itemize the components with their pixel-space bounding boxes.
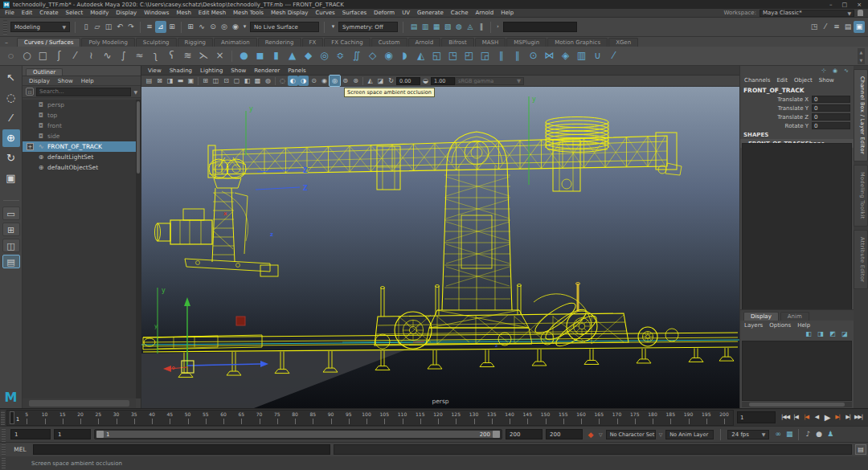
launch-arnold-icon[interactable]: ◬: [465, 21, 476, 33]
item-display[interactable]: Display: [116, 10, 137, 16]
item-anim[interactable]: Anim: [780, 312, 809, 321]
current-frame-field[interactable]: 1: [737, 411, 776, 423]
project-curve-icon[interactable]: ◱: [429, 48, 444, 63]
item-help[interactable]: Help: [81, 78, 94, 84]
nurbs-cone-icon[interactable]: ▲: [285, 48, 300, 63]
lasso-select-tool[interactable]: ◌: [2, 89, 20, 107]
item-layers[interactable]: Layers: [744, 322, 763, 329]
nurbs-plane-icon[interactable]: ◆: [301, 48, 316, 63]
item-channel-box-layer-editor[interactable]: Channel Box / Layer Editor: [854, 69, 868, 161]
item-show[interactable]: Show: [231, 67, 246, 74]
nurbs-cylinder-icon[interactable]: ▮: [268, 48, 284, 63]
step-forward-key-button[interactable]: ▶|: [833, 411, 842, 424]
item-modeling-toolkit[interactable]: Modeling Toolkit: [854, 165, 868, 227]
render-current-frame-icon[interactable]: ▥: [420, 21, 431, 33]
screen-space-ambient-occlusion-icon[interactable]: ◎: [330, 76, 340, 86]
item-edit[interactable]: Edit: [22, 10, 33, 16]
sidebar-layer-editor-icon[interactable]: ▤: [842, 21, 854, 33]
nurbs-square-icon[interactable]: □: [35, 48, 51, 63]
item-motion-graphics[interactable]: Motion Graphics: [547, 38, 608, 47]
resolution-gate-icon[interactable]: ⊡: [221, 76, 231, 86]
item-mesh-tools[interactable]: Mesh Tools: [233, 10, 264, 16]
exposure-field[interactable]: 0.00: [396, 77, 420, 85]
item-help[interactable]: Help: [501, 10, 514, 16]
loft-icon[interactable]: ≎: [333, 48, 348, 63]
status-line-grip[interactable]: [3, 20, 7, 35]
item-generate[interactable]: Generate: [417, 10, 444, 16]
x-ray-icon[interactable]: ◪: [375, 76, 386, 86]
go-to-end-button[interactable]: ▶▶|: [854, 411, 863, 424]
snap-to-projected-center-icon[interactable]: ◎: [219, 21, 230, 33]
paint-select-tool[interactable]: ⁄: [2, 109, 20, 127]
item-panels[interactable]: Panels: [288, 67, 306, 74]
chevron-down-icon[interactable]: ▼: [133, 89, 137, 95]
item-animation[interactable]: Animation: [214, 38, 257, 47]
select-by-object-type-icon[interactable]: ⊿: [155, 21, 166, 33]
open-close-surface-icon[interactable]: ⊙: [526, 48, 541, 63]
character-set-field[interactable]: No Character Set: [606, 430, 656, 439]
nurbs-circle-icon[interactable]: ○: [19, 48, 35, 63]
manipulator-display-icon[interactable]: ⊹: [820, 67, 828, 75]
item-defaultobjectset[interactable]: ⊕defaultObjectSet: [23, 162, 136, 173]
expand-input-icon[interactable]: ›: [494, 21, 502, 33]
item-arnold[interactable]: Arnold: [408, 38, 441, 47]
new-scene-icon[interactable]: ▯: [80, 21, 92, 33]
item-deform[interactable]: Deform: [374, 10, 395, 16]
item-edit-mesh[interactable]: Edit Mesh: [199, 10, 226, 16]
open-render-view-icon[interactable]: ▤: [408, 21, 420, 33]
extrude-icon[interactable]: ◗: [397, 48, 412, 63]
playback-loop-icon[interactable]: ∞: [772, 428, 784, 440]
anti-aliasing-icon[interactable]: ⊛: [350, 76, 361, 86]
outliner-vscrollbar[interactable]: [136, 100, 141, 398]
select-camera-icon[interactable]: ▤: [144, 76, 154, 86]
offset-curve-icon[interactable]: ≋: [180, 48, 195, 63]
filter-icon[interactable]: ⊡: [26, 88, 34, 96]
scale-tool[interactable]: ▣: [2, 170, 20, 187]
live-surface-field[interactable]: No Live Surface: [250, 22, 319, 32]
untrim-icon[interactable]: ◲: [477, 48, 493, 63]
layer-list[interactable]: [742, 341, 852, 401]
sculpt-surface-icon[interactable]: ∪: [590, 48, 605, 63]
current-time-indicator[interactable]: [10, 411, 14, 424]
item-display[interactable]: Display: [29, 78, 50, 84]
rotate-tool[interactable]: ↻: [2, 149, 20, 167]
sidebar-channel-box-icon[interactable]: ≡: [831, 21, 842, 33]
camera-attributes-icon[interactable]: ◨: [165, 76, 175, 86]
safe-title-icon[interactable]: ◍: [263, 76, 273, 86]
curve-fillet-icon[interactable]: ⋋: [196, 48, 211, 63]
item-options[interactable]: Options: [769, 322, 791, 329]
sidebar-attribute-editor-icon[interactable]: ◳: [809, 21, 820, 33]
item-show[interactable]: Show: [819, 77, 834, 84]
grid-icon[interactable]: ⊞: [200, 76, 211, 86]
animation-start-field[interactable]: 1: [10, 429, 51, 439]
set-key-icon[interactable]: ◆: [586, 431, 596, 439]
item-surfaces[interactable]: Surfaces: [342, 10, 366, 16]
snap-to-grid-icon[interactable]: ⊞: [185, 21, 196, 33]
motion-blur-icon[interactable]: ⊚: [340, 76, 350, 86]
shelf-collapse-icon[interactable]: –: [5, 39, 16, 47]
hyperbolic-spread-icon[interactable]: ∿: [842, 67, 850, 75]
item-create[interactable]: Create: [39, 10, 58, 16]
close-button[interactable]: ×: [857, 2, 862, 8]
revolve-icon[interactable]: ◉: [381, 48, 396, 63]
item-side[interactable]: ◘side: [23, 131, 136, 141]
item-arnold[interactable]: Arnold: [476, 10, 494, 16]
bezier-curve-tool-icon[interactable]: ≀: [84, 48, 99, 63]
pencil-curve-tool-icon[interactable]: ⁄: [68, 48, 83, 63]
step-forward-frame-button[interactable]: ▶|: [843, 411, 853, 424]
symmetry-arrow-icon[interactable]: ▾: [330, 21, 337, 33]
item-translate-x[interactable]: Translate X0: [740, 95, 854, 104]
help-line-grip[interactable]: [2, 456, 6, 470]
item-poly-modeling[interactable]: Poly Modeling: [81, 38, 134, 47]
outliner-hscrollbar[interactable]: [23, 398, 136, 408]
hypershade-icon[interactable]: ◍: [453, 21, 465, 33]
layout-two-pane[interactable]: ◫: [2, 239, 20, 252]
layout-outliner-persp[interactable]: ▤: [2, 255, 20, 268]
item-shading[interactable]: Shading: [170, 67, 192, 74]
time-slider-grip[interactable]: [1, 411, 5, 425]
sidebar-tool-settings-icon[interactable]: ⁄: [820, 21, 831, 33]
exposure-icon[interactable]: ↻: [386, 76, 396, 86]
step-back-frame-button[interactable]: |◀: [791, 411, 800, 424]
item-msplugin[interactable]: MSPlugin: [506, 38, 547, 47]
item-renderer[interactable]: Renderer: [254, 67, 280, 74]
